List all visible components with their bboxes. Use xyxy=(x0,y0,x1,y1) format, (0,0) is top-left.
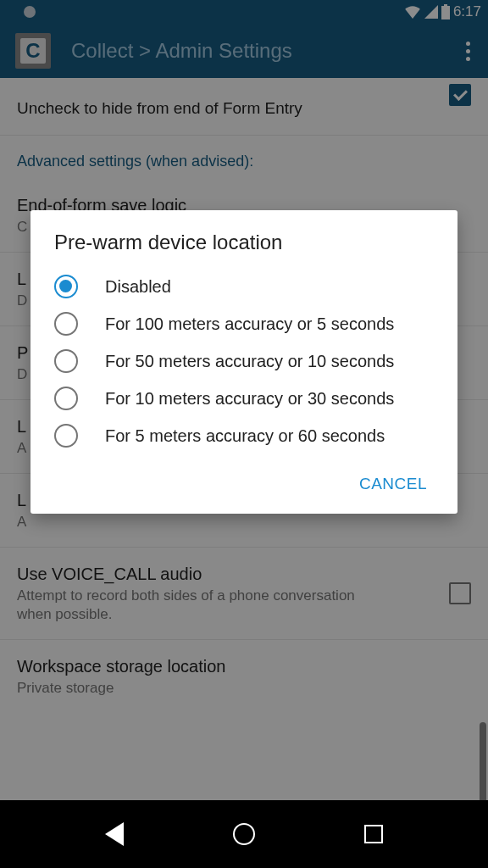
radio-icon xyxy=(54,312,78,336)
navigation-bar xyxy=(0,800,488,868)
radio-label: Disabled xyxy=(105,275,171,298)
radio-label: For 5 meters accuracy or 60 seconds xyxy=(105,425,385,447)
radio-option-10m[interactable]: For 10 meters accuracy or 30 seconds xyxy=(30,380,458,417)
radio-label: For 100 meters accuracy or 5 seconds xyxy=(105,313,394,335)
radio-label: For 50 meters accuracy or 10 seconds xyxy=(105,350,394,372)
cancel-button[interactable]: CANCEL xyxy=(349,468,437,500)
nav-recent-icon[interactable] xyxy=(364,825,383,843)
dialog-actions: CANCEL xyxy=(30,454,458,507)
radio-icon xyxy=(54,349,78,373)
radio-option-50m[interactable]: For 50 meters accuracy or 10 seconds xyxy=(30,342,458,380)
radio-label: For 10 meters accuracy or 30 seconds xyxy=(105,387,394,409)
nav-back-icon[interactable] xyxy=(105,822,124,846)
radio-option-5m[interactable]: For 5 meters accuracy or 60 seconds xyxy=(30,417,458,454)
nav-home-icon[interactable] xyxy=(233,823,255,845)
dialog-title: Pre-warm device location xyxy=(30,210,458,268)
radio-icon xyxy=(54,387,78,410)
dialog-prewarm-location: Pre-warm device location Disabled For 10… xyxy=(30,210,458,514)
radio-option-disabled[interactable]: Disabled xyxy=(30,268,458,305)
radio-icon xyxy=(54,424,78,448)
radio-option-100m[interactable]: For 100 meters accuracy or 5 seconds xyxy=(30,305,458,342)
radio-icon xyxy=(54,275,78,298)
